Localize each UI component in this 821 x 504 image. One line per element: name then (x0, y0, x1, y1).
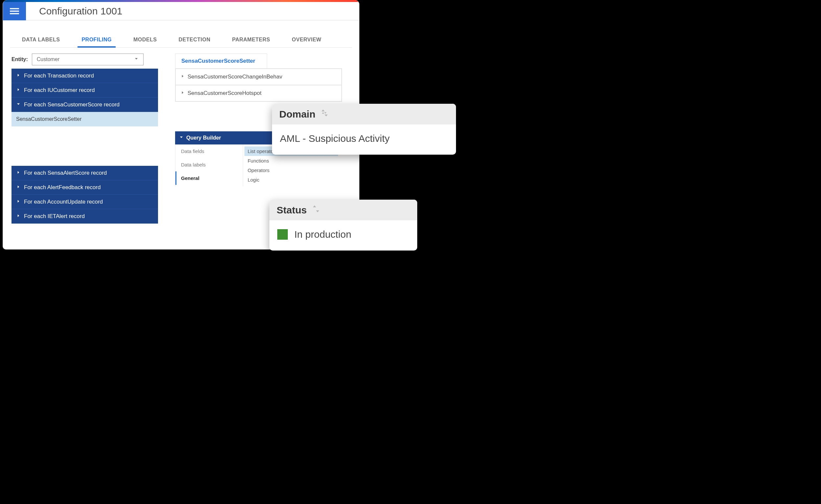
tree-row-accountupdate[interactable]: For each AccountUpdate record (11, 195, 158, 209)
domain-card: Domain AML - Suspicious Activity (272, 104, 456, 155)
tab-parameters[interactable]: PARAMETERS (231, 33, 271, 47)
qb-category-list: Data fields Data labels General (175, 144, 243, 186)
page-title: Configuration 1001 (26, 6, 122, 17)
window-accent-bar (3, 0, 359, 2)
qb-category-datalabels[interactable]: Data labels (175, 158, 243, 171)
tree-row-label: For each SensaCustomerScore record (24, 101, 120, 108)
app-header: Configuration 1001 (3, 2, 359, 20)
chevron-right-icon (16, 170, 21, 176)
domain-card-body: AML - Suspicious Activity (272, 124, 456, 155)
qb-category-datafields[interactable]: Data fields (175, 144, 243, 158)
setter-row-label: SensaCustomerScoreChangeInBehav (188, 74, 282, 80)
tab-data-labels[interactable]: DATA LABELS (21, 33, 60, 47)
status-card: Status In production (269, 200, 417, 251)
query-builder-title: Query Builder (186, 135, 221, 141)
tree-row-label: For each AccountUpdate record (24, 199, 103, 205)
domain-value: AML - Suspicious Activity (280, 133, 389, 144)
sort-icon[interactable] (320, 108, 329, 120)
left-column: Entity: Customer For each Transac (10, 54, 158, 224)
status-color-swatch (277, 229, 288, 240)
tab-profiling[interactable]: PROFILING (81, 33, 112, 47)
entity-row: Entity: Customer (11, 54, 158, 65)
tree-row-alertfeedback[interactable]: For each AlertFeedback record (11, 180, 158, 195)
entity-select[interactable]: Customer (32, 54, 144, 65)
menu-button[interactable] (3, 2, 26, 20)
hamburger-icon (10, 7, 19, 16)
setter-row-label: SensaCustomerScoreHotspot (188, 90, 261, 97)
record-tree: For each Transaction record For each IUC… (11, 69, 158, 224)
domain-header-label: Domain (279, 109, 315, 120)
tree-spacer (11, 126, 158, 166)
tab-models[interactable]: MODELS (133, 33, 157, 47)
status-card-header[interactable]: Status (269, 200, 417, 220)
tab-bar: DATA LABELS PROFILING MODELS DETECTION P… (10, 31, 352, 48)
entity-selected-value: Customer (37, 56, 59, 62)
chevron-right-icon (180, 74, 185, 80)
qb-item-logic[interactable]: Logic (244, 175, 338, 185)
chevron-right-icon (16, 213, 21, 220)
tree-row-ietalert[interactable]: For each IETAlert record (11, 209, 158, 224)
setter-row-changeinbehav[interactable]: SensaCustomerScoreChangeInBehav (175, 69, 342, 85)
status-header-label: Status (277, 205, 307, 216)
tree-child-setter[interactable]: SensaCustomerScoreSetter (11, 112, 158, 126)
qb-category-general[interactable]: General (175, 171, 243, 185)
tab-overview[interactable]: OVERVIEW (291, 33, 322, 47)
tree-row-label: For each Transaction record (24, 73, 94, 79)
qb-item-operators[interactable]: Operators (244, 165, 338, 175)
tree-row-label: For each IETAlert record (24, 213, 85, 220)
sort-icon[interactable] (311, 204, 321, 216)
chevron-right-icon (180, 90, 185, 97)
svg-rect-2 (10, 13, 19, 14)
chevron-right-icon (16, 184, 21, 191)
domain-card-header[interactable]: Domain (272, 104, 456, 124)
tree-row-sensacustomerscore[interactable]: For each SensaCustomerScore record (11, 98, 158, 112)
tree-row-label: For each SensaAlertScore record (24, 170, 107, 176)
svg-rect-1 (10, 11, 19, 12)
chevron-right-icon (16, 87, 21, 94)
entity-label: Entity: (11, 56, 28, 62)
tree-row-label: For each AlertFeedback record (24, 184, 100, 191)
setter-row-hotspot[interactable]: SensaCustomerScoreHotspot (175, 85, 342, 101)
tree-row-label: For each IUCustomer record (24, 87, 95, 94)
tree-row-iucustomer[interactable]: For each IUCustomer record (11, 83, 158, 98)
status-card-body: In production (269, 220, 417, 251)
chevron-right-icon (16, 73, 21, 79)
tab-detection[interactable]: DETECTION (178, 33, 211, 47)
tree-row-transaction[interactable]: For each Transaction record (11, 69, 158, 83)
chevron-down-icon (134, 56, 139, 62)
chevron-down-icon (16, 101, 21, 108)
svg-rect-0 (10, 8, 19, 9)
qb-item-functions[interactable]: Functions (244, 156, 338, 165)
chevron-right-icon (16, 199, 21, 205)
status-value: In production (294, 229, 351, 240)
setter-title[interactable]: SensaCustomerScoreSetter (175, 54, 267, 68)
tree-row-sensaalertscore[interactable]: For each SensaAlertScore record (11, 166, 158, 180)
tree-child-label: SensaCustomerScoreSetter (16, 116, 81, 122)
chevron-down-icon (179, 135, 184, 141)
